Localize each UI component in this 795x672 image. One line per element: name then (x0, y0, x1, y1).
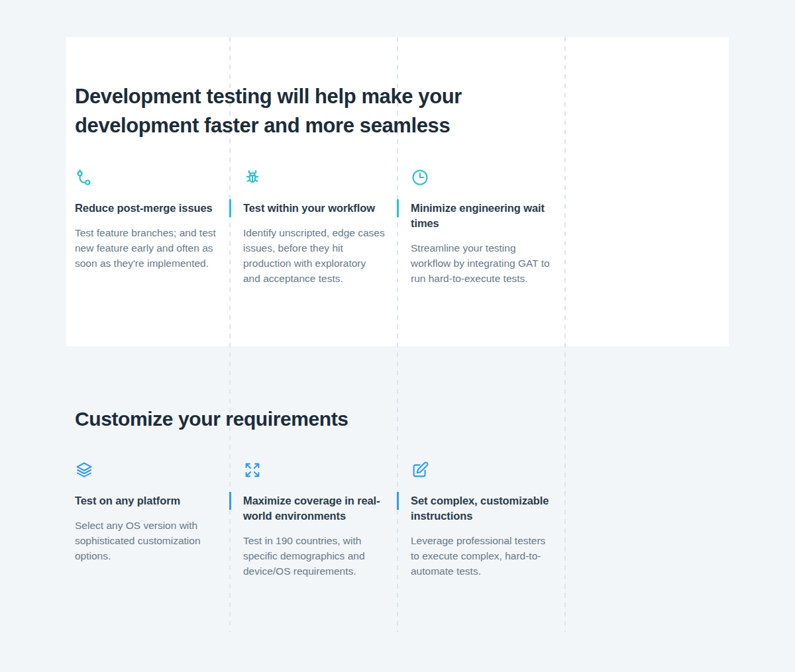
feature-description: Streamline your testing workflow by inte… (411, 240, 553, 286)
customize-section-heading: Customize your requirements (75, 405, 539, 434)
feature-title: Minimize engineering wait times (411, 201, 553, 231)
feature-column-maximize-coverage: Maximize coverage in real-world environm… (243, 461, 385, 579)
feature-column-any-platform: Test on any platform Select any OS versi… (75, 461, 217, 563)
expand-arrows-icon (243, 461, 262, 479)
feature-description: Identify unscripted, edge cases issues, … (243, 225, 385, 286)
feature-description: Leverage professional testers to execute… (411, 533, 553, 579)
title-accent-bar (397, 492, 399, 510)
feature-description: Select any OS version with sophisticated… (75, 518, 217, 563)
feature-column-reduce-post-merge: Reduce post-merge issues Test feature br… (75, 168, 217, 271)
bug-icon (243, 168, 262, 187)
layers-icon (75, 461, 93, 479)
feature-column-minimize-wait: Minimize engineering wait times Streamli… (411, 168, 553, 286)
feature-description: Test feature branches; and test new feat… (75, 225, 217, 271)
title-accent-bar (229, 492, 231, 510)
column-separator-dashed-line (564, 37, 566, 632)
feature-title: Maximize coverage in real-world environm… (243, 493, 385, 524)
dev-section-heading: Development testing will help make your … (75, 82, 525, 140)
edit-icon (411, 461, 429, 479)
feature-title: Set complex, customizable instructions (411, 493, 553, 524)
title-accent-bar (229, 199, 231, 217)
clock-icon (411, 168, 429, 187)
feature-title: Test within your workflow (243, 201, 385, 216)
feature-title: Reduce post-merge issues (75, 201, 217, 216)
feature-column-test-workflow: Test within your workflow Identify unscr… (243, 168, 385, 286)
feature-description: Test in 190 countries, with specific dem… (243, 533, 385, 579)
feature-column-custom-instructions: Set complex, customizable instructions L… (411, 461, 553, 579)
title-accent-bar (397, 199, 399, 217)
git-merge-icon (75, 168, 93, 187)
feature-title: Test on any platform (75, 493, 217, 508)
